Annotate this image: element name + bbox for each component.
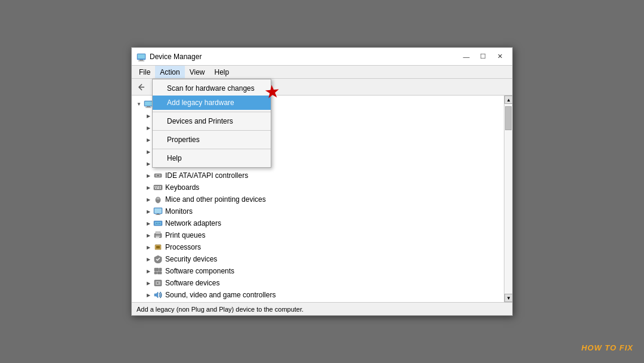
red-star-decoration: ★ bbox=[264, 81, 281, 103]
ide-icon bbox=[153, 171, 163, 180]
tree-item[interactable]: ▶ Monitors bbox=[132, 205, 504, 217]
menu-view[interactable]: View bbox=[185, 66, 210, 78]
svg-rect-24 bbox=[157, 175, 159, 176]
mouse-icon bbox=[153, 195, 163, 204]
svg-rect-34 bbox=[157, 198, 159, 199]
svg-point-43 bbox=[159, 223, 160, 224]
menubar: File Action View Help bbox=[132, 66, 512, 79]
svg-rect-47 bbox=[156, 237, 159, 238]
statusbar: Add a legacy (non Plug and Play) device … bbox=[132, 302, 512, 315]
menu-item-properties[interactable]: Properties bbox=[153, 133, 271, 147]
scroll-up-button[interactable]: ▲ bbox=[504, 96, 512, 104]
svg-rect-26 bbox=[154, 186, 156, 187]
tree-item[interactable]: ▶ Security devices bbox=[132, 253, 504, 265]
tree-item[interactable]: ▶ IDE ATA/ATAPI controllers bbox=[132, 170, 504, 182]
svg-rect-38 bbox=[156, 214, 160, 215]
expand-arrow: ▶ bbox=[144, 278, 153, 288]
svg-rect-46 bbox=[156, 236, 160, 236]
menu-separator bbox=[153, 149, 271, 149]
svg-rect-49 bbox=[156, 246, 160, 248]
svg-point-42 bbox=[157, 223, 159, 224]
print-icon bbox=[153, 230, 163, 240]
menu-item-scan[interactable]: Scan for hardware changes bbox=[153, 81, 271, 96]
scrollbar-thumb[interactable] bbox=[505, 106, 512, 130]
svg-rect-28 bbox=[158, 186, 159, 187]
menu-action[interactable]: Action bbox=[155, 66, 184, 78]
tree-item[interactable]: ▶ Keyboards bbox=[132, 182, 504, 193]
software-components-icon bbox=[153, 266, 163, 276]
tree-item[interactable]: ▶ Network adapters bbox=[132, 217, 504, 229]
svg-rect-53 bbox=[154, 268, 159, 271]
svg-rect-7 bbox=[145, 107, 151, 108]
tree-item[interactable]: ▶ Processors bbox=[132, 241, 504, 253]
status-text: Add a legacy (non Plug and Play) device … bbox=[137, 306, 304, 313]
menu-item-add-legacy[interactable]: Add legacy hardware bbox=[153, 96, 271, 110]
action-menu-dropdown: Scan for hardware changes Add legacy har… bbox=[152, 79, 271, 168]
window-controls: — ☐ ✕ bbox=[459, 51, 507, 63]
svg-rect-36 bbox=[154, 208, 162, 213]
watermark: HOW TO FIX bbox=[581, 343, 633, 352]
tree-item-label: Network adapters bbox=[165, 219, 221, 227]
svg-rect-31 bbox=[157, 188, 159, 189]
expand-arrow: ▶ bbox=[144, 183, 153, 192]
svg-rect-54 bbox=[159, 268, 162, 271]
svg-rect-27 bbox=[156, 186, 157, 187]
svg-rect-56 bbox=[157, 272, 162, 274]
dropdown-menu: Scan for hardware changes Add legacy har… bbox=[152, 79, 271, 168]
tree-item-label: Mice and other pointing devices bbox=[165, 195, 266, 204]
keyboard-icon bbox=[153, 183, 163, 192]
window-title: Device Manager bbox=[150, 53, 459, 61]
svg-rect-5 bbox=[145, 101, 152, 106]
tree-item-label: Processors bbox=[165, 243, 201, 251]
menu-file[interactable]: File bbox=[134, 66, 155, 78]
svg-rect-55 bbox=[154, 272, 157, 274]
svg-rect-29 bbox=[160, 186, 161, 187]
sound-icon bbox=[153, 290, 163, 300]
svg-rect-37 bbox=[157, 214, 159, 214]
scrollbar[interactable]: ▲ ▼ bbox=[504, 96, 512, 302]
svg-rect-2 bbox=[140, 60, 143, 61]
back-button[interactable] bbox=[134, 81, 148, 94]
svg-point-41 bbox=[156, 223, 157, 224]
tree-item-label: Software devices bbox=[165, 279, 219, 287]
tree-item[interactable]: ▶ Software components bbox=[132, 265, 504, 277]
menu-item-devices-printers[interactable]: Devices and Printers bbox=[153, 114, 271, 128]
svg-rect-3 bbox=[138, 60, 144, 61]
scroll-down-button[interactable]: ▼ bbox=[504, 294, 512, 302]
monitor-icon bbox=[153, 207, 163, 216]
titlebar: Device Manager — ☐ ✕ bbox=[132, 48, 512, 66]
menu-item-help[interactable]: Help bbox=[153, 151, 271, 165]
svg-rect-1 bbox=[138, 54, 145, 59]
menu-help[interactable]: Help bbox=[210, 66, 234, 78]
expand-arrow: ▼ bbox=[134, 99, 144, 109]
tree-item-label: Print queues bbox=[165, 231, 205, 239]
expand-arrow: ▶ bbox=[144, 219, 153, 228]
svg-rect-30 bbox=[155, 188, 156, 189]
svg-rect-45 bbox=[156, 232, 160, 234]
window-icon bbox=[137, 52, 146, 61]
svg-rect-32 bbox=[160, 188, 161, 189]
maximize-button[interactable]: ☐ bbox=[475, 51, 491, 63]
close-button[interactable]: ✕ bbox=[492, 51, 507, 63]
expand-arrow: ▶ bbox=[144, 242, 153, 252]
tree-item-label: Monitors bbox=[165, 207, 193, 216]
network-icon bbox=[153, 219, 163, 228]
expand-arrow: ▶ bbox=[144, 195, 153, 204]
tree-item[interactable]: ▶ Print queues bbox=[132, 229, 504, 241]
tree-item[interactable]: ▶ Mice and other pointing devices bbox=[132, 193, 504, 205]
tree-item-label: Security devices bbox=[165, 255, 217, 263]
device-manager-window: Device Manager — ☐ ✕ File Action View He… bbox=[131, 47, 513, 316]
tree-item-label: Keyboards bbox=[165, 183, 199, 192]
processor-icon bbox=[153, 242, 163, 252]
svg-rect-6 bbox=[147, 106, 150, 107]
minimize-button[interactable]: — bbox=[459, 51, 474, 63]
security-icon bbox=[153, 254, 163, 264]
tree-item-label: IDE ATA/ATAPI controllers bbox=[165, 171, 248, 180]
expand-arrow: ▶ bbox=[144, 207, 153, 216]
tree-item[interactable]: ▶ Software devices bbox=[132, 277, 504, 289]
expand-arrow: ▶ bbox=[144, 171, 153, 180]
scrollbar-track[interactable] bbox=[504, 104, 512, 294]
svg-rect-25 bbox=[154, 185, 162, 190]
expand-arrow: ▶ bbox=[144, 290, 153, 300]
tree-item[interactable]: ▶ Sound, video and game controllers bbox=[132, 289, 504, 301]
